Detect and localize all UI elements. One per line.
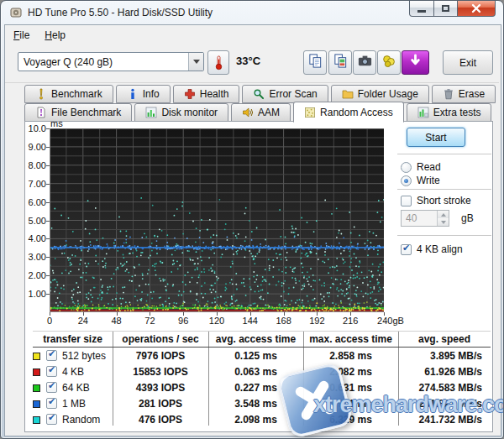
x-tick-label: 72 bbox=[133, 316, 166, 326]
tab-benchmark[interactable]: Benchmark bbox=[24, 85, 113, 103]
short-stroke-spinner[interactable] bbox=[401, 210, 449, 227]
table-header-1: operations / sec bbox=[113, 333, 208, 345]
drive-select[interactable]: Voyager Q (240 gB) bbox=[18, 52, 204, 71]
tab-label: Benchmark bbox=[51, 88, 102, 100]
tab-label: Info bbox=[143, 88, 160, 100]
operations-cell: 476 IOPS bbox=[113, 414, 208, 426]
series-checkbox[interactable] bbox=[46, 398, 57, 409]
tab-file-benchmark[interactable]: File Benchmark bbox=[24, 103, 132, 122]
table-row: 512 bytes7976 IOPS0.125 ms2.858 ms3.895 … bbox=[1, 349, 504, 365]
tab-erase[interactable]: Erase bbox=[432, 85, 496, 103]
copy-image-icon bbox=[333, 53, 349, 72]
x-tick-label: 48 bbox=[100, 316, 134, 326]
menu-help[interactable]: Help bbox=[37, 27, 73, 44]
y-tick-label: 3.00 bbox=[24, 252, 46, 262]
checkbox-icon[interactable] bbox=[401, 196, 412, 206]
write-label: Write bbox=[417, 175, 440, 186]
screenshot-icon bbox=[357, 53, 373, 72]
info-icon bbox=[127, 88, 139, 100]
x-tick-label: 96 bbox=[166, 316, 200, 326]
series-checkbox[interactable] bbox=[46, 382, 57, 393]
table-header-0: transfer size bbox=[33, 333, 113, 345]
tab-random-access[interactable]: Random Access bbox=[293, 102, 404, 123]
tab-label: AAM bbox=[258, 107, 280, 118]
tab-strip-row1: BenchmarkInfoHealthError ScanFolder Usag… bbox=[24, 85, 496, 103]
minimize-button[interactable] bbox=[409, 1, 434, 17]
table-row: 4 KB15853 IOPS0.063 ms2.082 ms61.926 MB/… bbox=[1, 365, 504, 381]
tab-label: Disk monitor bbox=[161, 107, 218, 118]
x-tick-label: 120 bbox=[200, 316, 234, 326]
error-scan-icon bbox=[253, 88, 265, 100]
short-stroke-input[interactable] bbox=[402, 211, 437, 226]
x-tick-label: 0 bbox=[33, 316, 66, 326]
color-swatch bbox=[33, 400, 40, 408]
align-checkbox[interactable]: 4 KB align bbox=[401, 243, 463, 255]
transfer-size-label: 64 KB bbox=[62, 382, 90, 394]
read-radio[interactable]: Read bbox=[401, 161, 441, 173]
x-tick-label: 168 bbox=[267, 316, 301, 326]
tab-strip-row2: File BenchmarkDisk monitorAAMRandom Acce… bbox=[24, 103, 491, 122]
tab-error-scan[interactable]: Error Scan bbox=[242, 85, 328, 103]
short-stroke-unit: gB bbox=[461, 212, 474, 224]
copy-image-button[interactable] bbox=[328, 50, 352, 75]
x-tick-label: 24 bbox=[66, 316, 100, 326]
transfer-size-label: 1 MB bbox=[62, 398, 86, 410]
extra-tests-icon bbox=[417, 107, 429, 118]
chevron-down-icon[interactable] bbox=[188, 53, 203, 71]
copy-text-button[interactable] bbox=[303, 50, 327, 75]
tab-extra-tests[interactable]: Extra tests bbox=[407, 103, 492, 122]
coins-button[interactable] bbox=[377, 50, 401, 75]
app-icon bbox=[9, 6, 23, 19]
radio-icon[interactable] bbox=[401, 162, 412, 173]
x-tick-label: 144 bbox=[234, 316, 267, 326]
copy-text-icon bbox=[307, 53, 323, 72]
tab-label: Random Access bbox=[320, 107, 393, 118]
series-checkbox[interactable] bbox=[46, 350, 57, 361]
operations-cell: 281 IOPS bbox=[113, 398, 208, 410]
tab-aam[interactable]: AAM bbox=[231, 103, 291, 122]
y-tick-label: 8.00 bbox=[24, 160, 46, 170]
random-access-icon bbox=[304, 107, 316, 118]
tab-folder-usage[interactable]: Folder Usage bbox=[331, 85, 429, 103]
benchmark-icon bbox=[35, 88, 47, 100]
write-radio[interactable]: Write bbox=[401, 175, 440, 186]
titlebar: HD Tune Pro 5.50 - Hard Disk/SSD Utility bbox=[1, 1, 503, 24]
short-stroke-checkbox[interactable]: Short stroke bbox=[401, 195, 471, 206]
start-button[interactable]: Start bbox=[407, 128, 465, 147]
checkbox-icon[interactable] bbox=[401, 244, 412, 255]
series-checkbox[interactable] bbox=[46, 414, 57, 425]
spin-down-icon[interactable] bbox=[438, 218, 449, 226]
spinner-arrows[interactable] bbox=[437, 211, 449, 226]
radio-icon[interactable] bbox=[401, 175, 412, 186]
x-tick-label: 240gB bbox=[374, 316, 407, 326]
tab-health[interactable]: Health bbox=[173, 85, 240, 103]
operations-cell: 15853 IOPS bbox=[113, 366, 208, 378]
download-button[interactable] bbox=[402, 50, 429, 75]
disk-monitor-icon bbox=[145, 107, 157, 118]
temperature-button[interactable] bbox=[207, 50, 229, 75]
close-button[interactable] bbox=[458, 1, 496, 17]
exit-button[interactable]: Exit bbox=[443, 50, 493, 75]
x-tick-label: 192 bbox=[300, 316, 333, 326]
access-time-chart bbox=[50, 128, 384, 312]
screenshot-button[interactable] bbox=[353, 50, 376, 75]
read-label: Read bbox=[417, 161, 441, 173]
y-tick-label: 1.00 bbox=[24, 289, 46, 299]
exit-label: Exit bbox=[459, 57, 476, 69]
y-tick-label: 2.00 bbox=[24, 270, 46, 280]
max-access-cell: 2.858 ms bbox=[303, 350, 398, 362]
table-header-3: max. access time bbox=[303, 333, 398, 345]
series-checkbox[interactable] bbox=[46, 366, 57, 377]
tab-info[interactable]: Info bbox=[116, 85, 171, 103]
start-label: Start bbox=[425, 132, 446, 144]
avg-speed-cell: 3.895 MB/s bbox=[398, 350, 487, 362]
transfer-size-label: 512 bytes bbox=[62, 350, 106, 362]
menubar: FileHelp bbox=[6, 26, 73, 44]
menu-file[interactable]: File bbox=[6, 27, 37, 44]
maximize-button[interactable] bbox=[434, 1, 458, 17]
tab-label: Erase bbox=[459, 88, 485, 100]
short-stroke-label: Short stroke bbox=[417, 195, 471, 206]
spin-up-icon[interactable] bbox=[438, 211, 449, 218]
tab-disk-monitor[interactable]: Disk monitor bbox=[134, 103, 228, 122]
coins-icon bbox=[381, 53, 397, 72]
